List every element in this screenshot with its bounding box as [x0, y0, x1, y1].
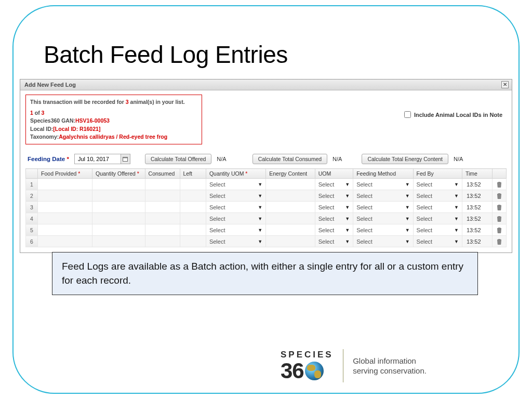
delete-icon[interactable]: [496, 227, 503, 234]
row-number: 4: [26, 213, 38, 224]
gan-label: Species360 GAN:: [30, 117, 75, 124]
uom-select[interactable]: Select▼: [315, 179, 353, 190]
fedby-select[interactable]: Select▼: [413, 179, 462, 190]
left-cell[interactable]: [180, 202, 206, 213]
method-select[interactable]: Select▼: [353, 179, 413, 190]
fedby-select[interactable]: Select▼: [413, 213, 462, 224]
delete-icon[interactable]: [496, 238, 503, 245]
method-select[interactable]: Select▼: [353, 224, 413, 236]
food-cell[interactable]: [38, 202, 92, 213]
uom-select[interactable]: Select▼: [315, 202, 353, 213]
feeding-date-field[interactable]: [74, 154, 130, 164]
col-uom: UOM: [315, 169, 353, 179]
qty-offered-cell[interactable]: [92, 236, 145, 247]
logo-360: 360: [281, 360, 325, 382]
method-select[interactable]: Select▼: [353, 202, 413, 213]
delete-cell[interactable]: [492, 179, 506, 190]
qty-offered-cell[interactable]: [92, 202, 145, 213]
food-cell[interactable]: [38, 224, 92, 236]
energy-cell[interactable]: [266, 202, 315, 213]
consumed-cell[interactable]: [145, 236, 180, 247]
fedby-select[interactable]: Select▼: [413, 202, 462, 213]
qty-uom-select[interactable]: Select▼: [206, 202, 265, 213]
chevron-down-icon: ▼: [405, 228, 410, 233]
qty-uom-select[interactable]: Select▼: [206, 213, 265, 224]
fedby-select[interactable]: Select▼: [413, 236, 462, 247]
delete-icon[interactable]: [496, 215, 503, 222]
offered-na: N/A: [217, 156, 226, 162]
qty-uom-select[interactable]: Select▼: [206, 236, 265, 247]
delete-cell[interactable]: [492, 202, 506, 213]
consumed-na: N/A: [332, 156, 342, 162]
delete-cell[interactable]: [492, 213, 506, 224]
uom-select[interactable]: Select▼: [315, 224, 353, 236]
food-cell[interactable]: [38, 190, 92, 202]
include-local-ids-input[interactable]: [404, 111, 411, 118]
chevron-down-icon: ▼: [345, 205, 350, 210]
time-cell[interactable]: 13:52: [462, 179, 492, 190]
uom-select[interactable]: Select▼: [315, 190, 353, 202]
food-cell[interactable]: [38, 213, 92, 224]
transaction-info-box: This transaction will be recorded for 3 …: [25, 95, 202, 144]
delete-icon[interactable]: [496, 204, 503, 211]
food-cell[interactable]: [38, 236, 92, 247]
qty-offered-cell[interactable]: [92, 213, 145, 224]
uom-select[interactable]: Select▼: [315, 213, 353, 224]
method-select[interactable]: Select▼: [353, 236, 413, 247]
consumed-cell[interactable]: [145, 213, 180, 224]
time-cell[interactable]: 13:52: [462, 236, 492, 247]
qty-offered-cell[interactable]: [92, 179, 145, 190]
left-cell[interactable]: [180, 213, 206, 224]
chevron-down-icon: ▼: [405, 205, 410, 210]
left-cell[interactable]: [180, 224, 206, 236]
include-local-ids-checkbox[interactable]: Include Animal Local IDs in Note: [404, 111, 502, 118]
qty-uom-select[interactable]: Select▼: [206, 224, 265, 236]
info-text: of: [33, 110, 42, 116]
chevron-down-icon: ▼: [258, 239, 262, 244]
energy-cell[interactable]: [266, 213, 315, 224]
qty-uom-select[interactable]: Select▼: [206, 190, 265, 202]
energy-cell[interactable]: [266, 179, 315, 190]
fedby-select[interactable]: Select▼: [413, 190, 462, 202]
consumed-cell[interactable]: [145, 179, 180, 190]
consumed-cell[interactable]: [145, 224, 180, 236]
brand-logo: SPECIES 360 Global information serving c…: [281, 349, 427, 382]
calc-total-energy-button[interactable]: Calculate Total Energy Content: [362, 154, 448, 164]
calc-total-consumed-button[interactable]: Calculate Total Consumed: [252, 154, 327, 164]
left-cell[interactable]: [180, 190, 206, 202]
delete-cell[interactable]: [492, 224, 506, 236]
time-cell[interactable]: 13:52: [462, 190, 492, 202]
left-cell[interactable]: [180, 179, 206, 190]
fedby-select[interactable]: Select▼: [413, 224, 462, 236]
delete-icon[interactable]: [496, 181, 503, 188]
qty-offered-cell[interactable]: [92, 190, 145, 202]
method-select[interactable]: Select▼: [353, 213, 413, 224]
table-row: 4Select▼Select▼Select▼Select▼13:52: [26, 213, 507, 224]
col-rownum: [26, 169, 38, 179]
food-cell[interactable]: [38, 179, 92, 190]
qty-offered-cell[interactable]: [92, 224, 145, 236]
method-select[interactable]: Select▼: [353, 190, 413, 202]
delete-icon[interactable]: [496, 192, 503, 200]
energy-cell[interactable]: [266, 224, 315, 236]
dialog-close-button[interactable]: ✕: [501, 81, 509, 88]
calendar-icon[interactable]: [121, 154, 130, 164]
calc-total-offered-button[interactable]: Calculate Total Offered: [145, 154, 211, 164]
delete-cell[interactable]: [492, 190, 506, 202]
feeding-date-input[interactable]: [75, 154, 121, 164]
uom-select[interactable]: Select▼: [315, 236, 353, 247]
time-cell[interactable]: 13:52: [462, 202, 492, 213]
chevron-down-icon: ▼: [454, 228, 459, 233]
globe-icon: [305, 362, 324, 380]
qty-uom-select[interactable]: Select▼: [206, 179, 265, 190]
time-cell[interactable]: 13:52: [462, 213, 492, 224]
left-cell[interactable]: [180, 236, 206, 247]
time-cell[interactable]: 13:52: [462, 224, 492, 236]
energy-cell[interactable]: [266, 236, 315, 247]
consumed-cell[interactable]: [145, 190, 180, 202]
controls-row: Feeding Date * Calculate Total Offered N…: [25, 151, 507, 168]
delete-cell[interactable]: [492, 236, 506, 247]
energy-cell[interactable]: [266, 190, 315, 202]
consumed-cell[interactable]: [145, 202, 180, 213]
taxonomy-value: Agalychnis callidryas / Red-eyed tree fr…: [59, 134, 167, 140]
